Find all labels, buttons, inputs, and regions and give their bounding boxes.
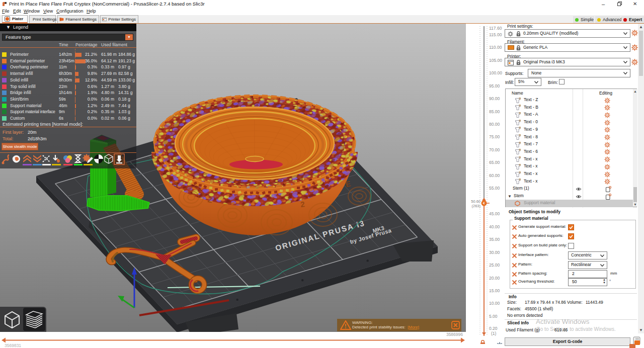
svg-text:30.00: 30.00	[489, 250, 500, 255]
svg-text:50.60: 50.60	[471, 199, 480, 204]
svg-text:20.00: 20.00	[489, 276, 500, 281]
svg-text:117.60: 117.60	[489, 26, 502, 31]
svg-text:110.00: 110.00	[489, 45, 502, 50]
svg-text:45.00: 45.00	[489, 211, 500, 216]
svg-text:85.00: 85.00	[489, 109, 500, 114]
svg-text:90.00: 90.00	[489, 96, 500, 101]
svg-text:(1): (1)	[491, 331, 497, 336]
svg-text:115.00: 115.00	[489, 32, 502, 37]
svg-text:(263): (263)	[471, 204, 480, 208]
svg-text:25.00: 25.00	[489, 263, 500, 268]
svg-text:40.00: 40.00	[489, 224, 500, 229]
svg-text:65.00: 65.00	[489, 160, 500, 165]
svg-text:95.00: 95.00	[489, 83, 500, 89]
svg-text:0.20: 0.20	[489, 326, 498, 331]
svg-text:3: 3	[174, 180, 178, 189]
svg-text:55.00: 55.00	[489, 186, 500, 191]
svg-text:105.00: 105.00	[489, 58, 502, 63]
svg-text:70.00: 70.00	[489, 147, 500, 152]
svg-text:10.00: 10.00	[489, 301, 500, 306]
svg-text:80.00: 80.00	[489, 122, 500, 127]
svg-text:75.00: 75.00	[489, 134, 500, 139]
svg-text:100.00: 100.00	[489, 70, 502, 75]
svg-text:15.00: 15.00	[489, 288, 500, 293]
svg-text:5.00: 5.00	[489, 314, 498, 319]
svg-text:35.00: 35.00	[489, 237, 500, 242]
svg-text:60.00: 60.00	[489, 173, 500, 178]
